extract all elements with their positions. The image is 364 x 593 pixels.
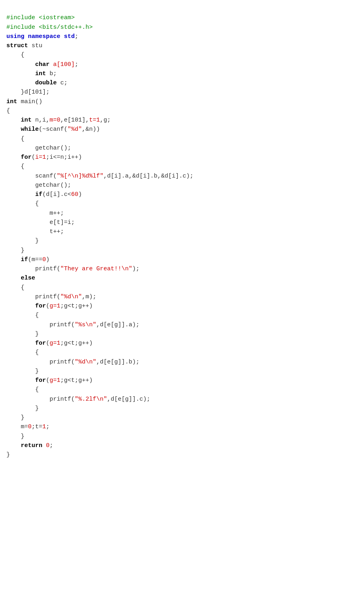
line-include1: #include <iostream> #include <bits/stdc+… xyxy=(6,14,193,458)
code-editor: #include <iostream> #include <bits/stdc+… xyxy=(6,4,358,459)
